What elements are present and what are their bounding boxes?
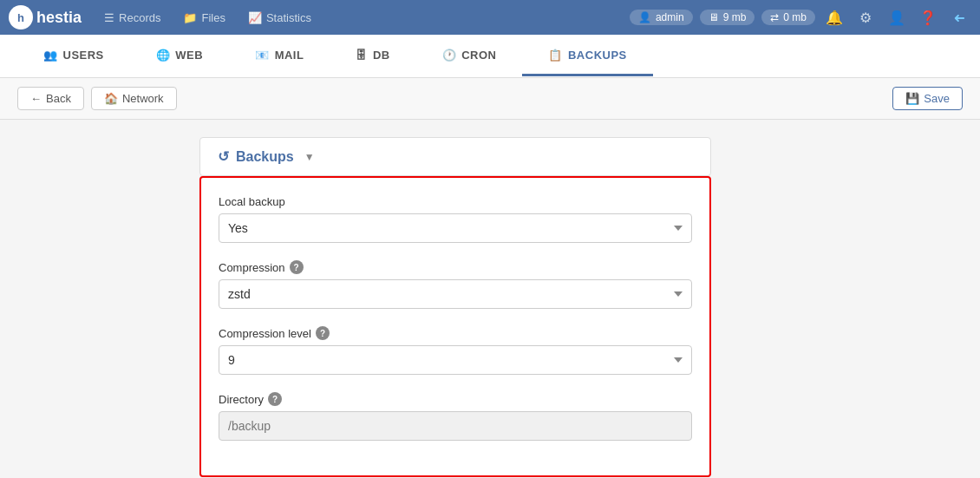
tab-db[interactable]: 🗄 DB — [330, 36, 415, 76]
tab-cron-label: CRON — [461, 49, 496, 62]
save-button[interactable]: 💾 Save — [892, 87, 963, 110]
tab-mail-label: MAIL — [275, 49, 304, 62]
username: admin — [656, 11, 684, 23]
user-badge: 👤 admin — [630, 10, 693, 25]
local-backup-group: Local backup Yes No — [219, 195, 692, 243]
section-tabs: 👥 USERS 🌐 WEB 📧 MAIL 🗄 DB 🕐 CRON 📋 BACKU… — [0, 35, 980, 78]
nav-records-label: Records — [119, 11, 160, 24]
save-icon: 💾 — [905, 92, 919, 105]
tab-db-label: DB — [373, 49, 390, 62]
help-button[interactable]: ❓ — [916, 5, 940, 29]
nav-records[interactable]: ☰ Records — [95, 8, 169, 28]
toolbar-right: 💾 Save — [892, 87, 963, 110]
logout-button[interactable]: ➜ — [947, 5, 971, 29]
compression-level-help-icon[interactable]: ? — [316, 326, 330, 340]
arrow-left-icon: ← — [30, 92, 42, 105]
list-icon: ☰ — [104, 11, 114, 24]
globe-icon: 🌐 — [156, 49, 171, 62]
compression-level-label-text: Compression level — [219, 327, 311, 340]
network-label: Network — [122, 92, 164, 105]
clock-icon: 🕐 — [442, 49, 457, 62]
nav-files-label: Files — [201, 11, 225, 24]
brand: h hestia — [9, 5, 82, 29]
compression-group: Compression ? zstd gzip bzip2 lz4 none — [219, 260, 692, 309]
chart-icon: 📈 — [248, 11, 262, 24]
form-section: Local backup Yes No Compression ? zstd g… — [199, 176, 711, 477]
mem-in-value: 9 mb — [723, 11, 747, 23]
directory-group: Directory ? — [219, 392, 692, 441]
arrow-out-icon: ⇄ — [770, 11, 779, 23]
main-content: ↺ Backups ▼ Local backup Yes No Compress… — [0, 120, 980, 478]
tab-web-label: WEB — [175, 49, 203, 62]
tab-backups-label: BACKUPS — [568, 49, 627, 62]
tab-mail[interactable]: 📧 MAIL — [229, 36, 330, 76]
back-label: Back — [46, 92, 71, 105]
profile-button[interactable]: 👤 — [885, 5, 909, 29]
folder-icon: 📁 — [183, 11, 197, 24]
compression-level-select[interactable]: 1234 5678 9 — [219, 345, 692, 375]
nav-statistics-label: Statistics — [266, 11, 311, 24]
users-icon: 👥 — [43, 49, 58, 62]
brand-name: hestia — [36, 9, 82, 27]
caret-icon: ▼ — [304, 151, 315, 163]
mem-out-value: 0 mb — [783, 11, 807, 23]
toolbar: ← Back 🏠 Network 💾 Save — [0, 78, 980, 120]
directory-help-icon[interactable]: ? — [268, 392, 282, 406]
compression-select[interactable]: zstd gzip bzip2 lz4 none — [219, 279, 692, 309]
db-icon: 🗄 — [356, 49, 368, 62]
logo-icon: h — [9, 5, 33, 29]
tab-cron[interactable]: 🕐 CRON — [416, 36, 523, 76]
tab-backups[interactable]: 📋 BACKUPS — [522, 36, 652, 76]
nav-files[interactable]: 📁 Files — [174, 8, 233, 28]
compression-help-icon[interactable]: ? — [290, 260, 304, 274]
back-button[interactable]: ← Back — [17, 87, 84, 110]
tab-web[interactable]: 🌐 WEB — [130, 36, 229, 76]
arrow-in-icon: 🖥 — [709, 11, 719, 23]
top-navbar: h hestia ☰ Records 📁 Files 📈 Statistics … — [0, 0, 980, 35]
directory-label-text: Directory — [219, 393, 264, 406]
nav-statistics[interactable]: 📈 Statistics — [239, 8, 320, 28]
local-backup-label-text: Local backup — [219, 195, 285, 208]
directory-label: Directory ? — [219, 392, 692, 406]
user-icon: 👤 — [638, 11, 651, 23]
toolbar-left: ← Back 🏠 Network — [17, 87, 177, 110]
notifications-button[interactable]: 🔔 — [822, 5, 846, 29]
network-icon: 🏠 — [104, 92, 118, 105]
mem-in-badge: 🖥 9 mb — [700, 10, 755, 25]
local-backup-select[interactable]: Yes No — [219, 213, 692, 243]
form-wrapper: Local backup Yes No Compression ? zstd g… — [199, 176, 963, 477]
compression-level-group: Compression level ? 1234 5678 9 — [219, 326, 692, 375]
compression-label: Compression ? — [219, 260, 692, 274]
backups-header[interactable]: ↺ Backups ▼ — [199, 137, 711, 176]
tab-users-label: USERS — [63, 49, 104, 62]
compression-label-text: Compression — [219, 261, 285, 274]
compression-level-label: Compression level ? — [219, 326, 692, 340]
backups-header-wrapper: ↺ Backups ▼ — [199, 137, 963, 176]
backups-icon: 📋 — [548, 49, 563, 62]
tab-users[interactable]: 👥 USERS — [17, 36, 130, 76]
local-backup-label: Local backup — [219, 195, 692, 208]
mail-icon: 📧 — [255, 49, 270, 62]
mem-out-badge: ⇄ 0 mb — [761, 10, 815, 25]
settings-button[interactable]: ⚙ — [853, 5, 878, 29]
backups-title: Backups — [236, 149, 294, 165]
save-label: Save — [924, 92, 950, 105]
network-button[interactable]: 🏠 Network — [91, 87, 177, 110]
directory-input[interactable] — [219, 411, 692, 441]
navbar-right: 👤 admin 🖥 9 mb ⇄ 0 mb 🔔 ⚙ 👤 ❓ ➜ — [630, 5, 971, 29]
refresh-icon: ↺ — [218, 148, 229, 165]
